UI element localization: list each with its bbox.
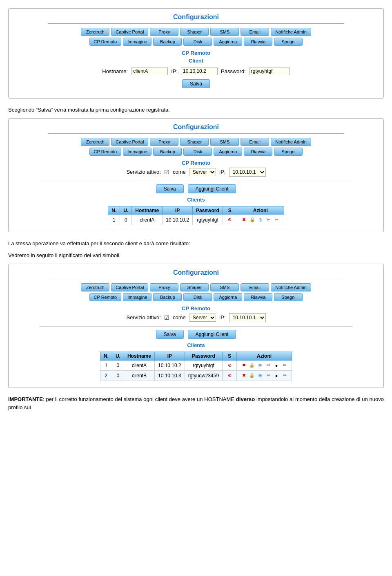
servizio-label-2: Servizio attivo: [126, 169, 161, 175]
nav-disk-3[interactable]: Disk [183, 293, 212, 301]
nav-cp-remoto-3[interactable]: CP Remoto [89, 293, 122, 301]
save-row-1: Salva [15, 79, 377, 88]
edit-icon[interactable]: ✏ [273, 216, 281, 224]
password-input-1[interactable] [249, 67, 290, 75]
add-client-button-2[interactable]: Aggiungi Client [188, 184, 236, 193]
bullet-icon-1[interactable]: ● [273, 362, 280, 369]
config-title-1: Configurazioni [15, 13, 377, 21]
add-client-button-3[interactable]: Aggiungi Client [188, 330, 236, 339]
cell-password: rgtyuyhtgf [193, 215, 223, 225]
important-paragraph: IMPORTANTE: per il corretto funzionament… [8, 395, 384, 412]
cell-azioni-2: ✖ 🔒 ® ✂ ● ✏ [237, 370, 292, 381]
nav-sms-3[interactable]: SMS [210, 283, 239, 291]
nav-sms-1[interactable]: SMS [210, 28, 239, 36]
delete-icon[interactable]: ✖ [241, 216, 248, 224]
nav-backup-2[interactable]: Backup [153, 148, 182, 156]
nav-row2-box1: CP Remoto Immagine Backup Disk Aggiorna … [15, 38, 377, 46]
nav-shaper-3[interactable]: Shaper [180, 283, 209, 291]
nav-shaper-1[interactable]: Shaper [180, 28, 209, 36]
nav-spegni-1[interactable]: Spegni [274, 38, 303, 46]
cell-hostname-2: clientB [124, 370, 154, 381]
cell-azioni-1: ✖ 🔒 ® ✂ ● ✏ [237, 360, 292, 370]
nav-disk-1[interactable]: Disk [183, 38, 212, 46]
nav-disk-2[interactable]: Disk [183, 148, 212, 156]
nav-aggiorna-2[interactable]: Aggiorna [214, 148, 242, 156]
ip-select-2[interactable]: 10.10.10.1 [229, 168, 266, 177]
col-header-u-3: U. [112, 352, 124, 360]
nav-spegni-3[interactable]: Spegni [274, 293, 303, 301]
col-header-password-3: Password [185, 352, 222, 360]
nav-backup-3[interactable]: Backup [153, 293, 182, 301]
delete-icon-2[interactable]: ✖ [240, 372, 247, 379]
col-header-hostname-2: Hostname [132, 206, 163, 215]
nav-spegni-2[interactable]: Spegni [274, 148, 303, 156]
nav-email-1[interactable]: Email [241, 28, 269, 36]
nav-immagine-3[interactable]: Immagine [123, 293, 151, 301]
nav-notifiche-admin-1[interactable]: Notifiche Admin [271, 28, 311, 36]
cell-u-1: 0 [112, 360, 124, 370]
registered-icon[interactable]: ® [257, 216, 264, 224]
nav-riavvia-2[interactable]: Riavvia [244, 148, 272, 156]
edit-icon-1[interactable]: ✏ [281, 362, 288, 369]
nav-immagine-2[interactable]: Immagine [123, 148, 151, 156]
nav-sms-2[interactable]: SMS [210, 138, 239, 146]
stop-icon-1[interactable]: ⊗ [226, 362, 233, 369]
client-form-row: Hostname: IP: Password: [15, 67, 377, 75]
hostname-input[interactable] [131, 67, 168, 75]
config-box-3: Configurazioni Zerotruth Captive Portal … [8, 264, 384, 388]
clients-table-3: N. U. Hostname IP Password S Azioni 1 0 … [100, 352, 292, 381]
ip-label-2: IP: [219, 169, 226, 175]
stop-icon-2[interactable]: ⊗ [226, 372, 233, 379]
registered-icon-2[interactable]: ® [256, 372, 264, 379]
config-box-1: Configurazioni Zerotruth Captive Portal … [8, 8, 384, 99]
nav-backup-1[interactable]: Backup [153, 38, 182, 46]
save-button-1[interactable]: Salva [182, 79, 210, 88]
section-title-3: CP Remoto [15, 305, 377, 312]
nav-captive-portal-1[interactable]: Captive Portal [111, 28, 148, 36]
mode-select-2[interactable]: Server [189, 168, 216, 176]
nav-cp-remoto-1[interactable]: CP Remoto [89, 38, 122, 46]
nav-proxy-3[interactable]: Proxy [150, 283, 178, 291]
sub-title-1: Client [15, 58, 377, 64]
nav-captive-portal-2[interactable]: Captive Portal [111, 138, 148, 146]
nav-shaper-2[interactable]: Shaper [180, 138, 209, 146]
save-button-3[interactable]: Salva [156, 330, 184, 339]
registered-icon-1[interactable]: ® [256, 362, 264, 369]
nav-row2-box2: CP Remoto Immagine Backup Disk Aggiorna … [15, 148, 377, 156]
col-header-hostname-3: Hostname [124, 352, 154, 360]
cut-icon-2[interactable]: ✂ [265, 372, 272, 379]
cut-icon[interactable]: ✂ [265, 216, 272, 224]
mode-select-3[interactable]: Server [189, 314, 216, 322]
nav-email-3[interactable]: Email [241, 283, 269, 291]
nav-riavvia-3[interactable]: Riavvia [244, 293, 272, 301]
ip-input-1[interactable] [181, 67, 218, 75]
delete-icon-1[interactable]: ✖ [240, 362, 247, 369]
buttons-row-3: Salva Aggiungi Client [15, 330, 377, 339]
col-header-ip-2: IP [163, 206, 193, 215]
cut-icon-1[interactable]: ✂ [265, 362, 272, 369]
lock-icon-2[interactable]: 🔒 [248, 372, 256, 379]
nav-aggiorna-1[interactable]: Aggiorna [214, 38, 242, 46]
nav-captive-portal-3[interactable]: Captive Portal [111, 283, 148, 291]
stop-icon[interactable]: ⊗ [226, 216, 234, 224]
nav-proxy-2[interactable]: Proxy [150, 138, 178, 146]
nav-zerotruth-1[interactable]: Zerotruth [81, 28, 109, 36]
lock-icon[interactable]: 🔒 [249, 216, 256, 224]
nav-email-2[interactable]: Email [241, 138, 269, 146]
edit-icon-2[interactable]: ✏ [281, 372, 288, 379]
nav-proxy-1[interactable]: Proxy [150, 28, 178, 36]
checkbox-icon-3: ☑ [164, 314, 169, 321]
nav-zerotruth-2[interactable]: Zerotruth [81, 138, 109, 146]
nav-row1-box3: Zerotruth Captive Portal Proxy Shaper SM… [15, 283, 377, 291]
bullet-icon-2[interactable]: ● [273, 372, 280, 379]
lock-icon-1[interactable]: 🔒 [248, 362, 256, 369]
ip-select-3[interactable]: 10.10.10.1 [229, 313, 266, 322]
nav-notifiche-admin-3[interactable]: Notifiche Admin [271, 283, 311, 291]
save-button-2[interactable]: Salva [156, 184, 184, 193]
nav-notifiche-admin-2[interactable]: Notifiche Admin [271, 138, 311, 146]
nav-immagine-1[interactable]: Immagine [123, 38, 151, 46]
nav-zerotruth-3[interactable]: Zerotruth [81, 283, 109, 291]
nav-aggiorna-3[interactable]: Aggiorna [214, 293, 242, 301]
nav-cp-remoto-2[interactable]: CP Remoto [89, 148, 122, 156]
nav-riavvia-1[interactable]: Riavvia [244, 38, 272, 46]
